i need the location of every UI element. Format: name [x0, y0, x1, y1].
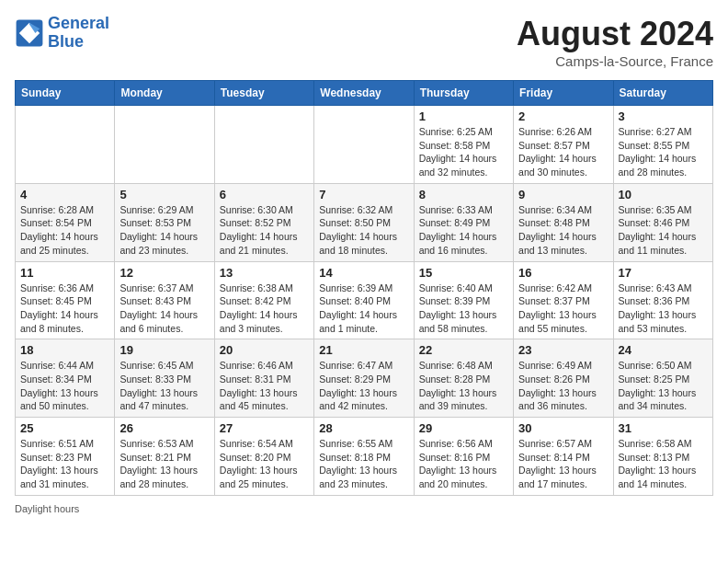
- calendar-cell: 7Sunrise: 6:32 AM Sunset: 8:50 PM Daylig…: [314, 183, 414, 261]
- day-info: Sunrise: 6:45 AM Sunset: 8:33 PM Dayligh…: [119, 359, 209, 413]
- calendar-cell: 10Sunrise: 6:35 AM Sunset: 8:46 PM Dayli…: [613, 183, 712, 261]
- calendar-cell: [115, 106, 214, 184]
- day-number: 29: [419, 421, 508, 435]
- week-row-3: 11Sunrise: 6:36 AM Sunset: 8:45 PM Dayli…: [16, 261, 713, 339]
- day-info: Sunrise: 6:48 AM Sunset: 8:28 PM Dayligh…: [419, 359, 508, 413]
- calendar-cell: 14Sunrise: 6:39 AM Sunset: 8:40 PM Dayli…: [314, 261, 414, 339]
- calendar-cell: 22Sunrise: 6:48 AM Sunset: 8:28 PM Dayli…: [414, 339, 513, 418]
- calendar-cell: 27Sunrise: 6:54 AM Sunset: 8:20 PM Dayli…: [214, 418, 313, 496]
- calendar-cell: 15Sunrise: 6:40 AM Sunset: 8:39 PM Dayli…: [414, 261, 513, 339]
- daylight-label: Daylight hours: [15, 503, 79, 514]
- day-info: Sunrise: 6:58 AM Sunset: 8:13 PM Dayligh…: [619, 437, 708, 491]
- calendar-cell: 16Sunrise: 6:42 AM Sunset: 8:37 PM Dayli…: [514, 261, 613, 339]
- day-info: Sunrise: 6:37 AM Sunset: 8:43 PM Dayligh…: [119, 282, 209, 336]
- calendar-cell: 21Sunrise: 6:47 AM Sunset: 8:29 PM Dayli…: [314, 339, 414, 418]
- calendar-cell: 6Sunrise: 6:30 AM Sunset: 8:52 PM Daylig…: [214, 183, 313, 261]
- day-info: Sunrise: 6:49 AM Sunset: 8:26 PM Dayligh…: [518, 359, 608, 413]
- calendar-cell: [214, 106, 313, 184]
- day-info: Sunrise: 6:32 AM Sunset: 8:50 PM Dayligh…: [319, 203, 408, 258]
- header: General Blue August 2024 Camps-la-Source…: [15, 15, 713, 69]
- day-info: Sunrise: 6:40 AM Sunset: 8:39 PM Dayligh…: [419, 282, 508, 336]
- calendar-cell: [314, 106, 414, 184]
- calendar-cell: 19Sunrise: 6:45 AM Sunset: 8:33 PM Dayli…: [115, 339, 214, 418]
- day-info: Sunrise: 6:44 AM Sunset: 8:34 PM Dayligh…: [20, 359, 109, 413]
- day-info: Sunrise: 6:27 AM Sunset: 8:55 PM Dayligh…: [619, 125, 708, 179]
- day-info: Sunrise: 6:36 AM Sunset: 8:45 PM Dayligh…: [20, 282, 109, 336]
- calendar-cell: 25Sunrise: 6:51 AM Sunset: 8:23 PM Dayli…: [16, 418, 115, 496]
- logo-text: General Blue: [48, 15, 109, 52]
- footer: Daylight hours: [15, 503, 713, 514]
- day-number: 28: [319, 421, 408, 435]
- day-info: Sunrise: 6:57 AM Sunset: 8:14 PM Dayligh…: [518, 437, 608, 491]
- day-number: 19: [119, 343, 209, 357]
- calendar-cell: 23Sunrise: 6:49 AM Sunset: 8:26 PM Dayli…: [514, 339, 613, 418]
- logo-icon: [15, 18, 44, 48]
- calendar-cell: 20Sunrise: 6:46 AM Sunset: 8:31 PM Dayli…: [214, 339, 313, 418]
- day-number: 1: [419, 109, 508, 123]
- day-number: 2: [518, 109, 608, 123]
- dow-header-friday: Friday: [514, 81, 613, 106]
- week-row-5: 25Sunrise: 6:51 AM Sunset: 8:23 PM Dayli…: [16, 418, 713, 496]
- calendar-cell: 11Sunrise: 6:36 AM Sunset: 8:45 PM Dayli…: [16, 261, 115, 339]
- calendar-cell: 17Sunrise: 6:43 AM Sunset: 8:36 PM Dayli…: [613, 261, 712, 339]
- day-info: Sunrise: 6:38 AM Sunset: 8:42 PM Dayligh…: [220, 282, 309, 336]
- calendar-cell: 28Sunrise: 6:55 AM Sunset: 8:18 PM Dayli…: [314, 418, 414, 496]
- day-number: 15: [419, 266, 508, 280]
- day-info: Sunrise: 6:39 AM Sunset: 8:40 PM Dayligh…: [319, 282, 408, 336]
- title-area: August 2024 Camps-la-Source, France: [517, 15, 713, 69]
- day-number: 14: [319, 266, 408, 280]
- day-info: Sunrise: 6:50 AM Sunset: 8:25 PM Dayligh…: [619, 359, 708, 413]
- day-number: 5: [119, 188, 209, 201]
- day-number: 18: [20, 343, 109, 357]
- logo: General Blue: [15, 15, 109, 52]
- calendar-body: 1Sunrise: 6:25 AM Sunset: 8:58 PM Daylig…: [16, 106, 713, 496]
- calendar-cell: 31Sunrise: 6:58 AM Sunset: 8:13 PM Dayli…: [613, 418, 712, 496]
- day-info: Sunrise: 6:43 AM Sunset: 8:36 PM Dayligh…: [619, 282, 708, 336]
- week-row-2: 4Sunrise: 6:28 AM Sunset: 8:54 PM Daylig…: [16, 183, 713, 261]
- calendar-cell: 18Sunrise: 6:44 AM Sunset: 8:34 PM Dayli…: [16, 339, 115, 418]
- day-number: 24: [619, 343, 708, 357]
- calendar-cell: 13Sunrise: 6:38 AM Sunset: 8:42 PM Dayli…: [214, 261, 313, 339]
- calendar-cell: 2Sunrise: 6:26 AM Sunset: 8:57 PM Daylig…: [514, 106, 613, 184]
- dow-header-monday: Monday: [115, 81, 214, 106]
- logo-line1: General: [48, 15, 109, 33]
- day-info: Sunrise: 6:30 AM Sunset: 8:52 PM Dayligh…: [220, 203, 309, 258]
- day-number: 30: [518, 421, 608, 435]
- day-info: Sunrise: 6:26 AM Sunset: 8:57 PM Dayligh…: [518, 125, 608, 179]
- dow-header-thursday: Thursday: [414, 81, 513, 106]
- week-row-1: 1Sunrise: 6:25 AM Sunset: 8:58 PM Daylig…: [16, 106, 713, 184]
- calendar-cell: 26Sunrise: 6:53 AM Sunset: 8:21 PM Dayli…: [115, 418, 214, 496]
- day-number: 10: [619, 188, 708, 201]
- day-info: Sunrise: 6:29 AM Sunset: 8:53 PM Dayligh…: [119, 203, 209, 258]
- calendar-cell: 3Sunrise: 6:27 AM Sunset: 8:55 PM Daylig…: [613, 106, 712, 184]
- day-info: Sunrise: 6:51 AM Sunset: 8:23 PM Dayligh…: [20, 437, 109, 491]
- day-number: 8: [419, 188, 508, 201]
- day-info: Sunrise: 6:28 AM Sunset: 8:54 PM Dayligh…: [20, 203, 109, 258]
- day-info: Sunrise: 6:34 AM Sunset: 8:48 PM Dayligh…: [518, 203, 608, 258]
- calendar: SundayMondayTuesdayWednesdayThursdayFrid…: [15, 80, 713, 496]
- calendar-cell: 4Sunrise: 6:28 AM Sunset: 8:54 PM Daylig…: [16, 183, 115, 261]
- day-info: Sunrise: 6:46 AM Sunset: 8:31 PM Dayligh…: [220, 359, 309, 413]
- dow-header-saturday: Saturday: [613, 81, 712, 106]
- calendar-cell: 5Sunrise: 6:29 AM Sunset: 8:53 PM Daylig…: [115, 183, 214, 261]
- location: Camps-la-Source, France: [517, 53, 713, 69]
- calendar-cell: 1Sunrise: 6:25 AM Sunset: 8:58 PM Daylig…: [414, 106, 513, 184]
- day-info: Sunrise: 6:25 AM Sunset: 8:58 PM Dayligh…: [419, 125, 508, 179]
- day-number: 23: [518, 343, 608, 357]
- days-of-week-row: SundayMondayTuesdayWednesdayThursdayFrid…: [16, 81, 713, 106]
- day-number: 7: [319, 188, 408, 201]
- calendar-cell: [16, 106, 115, 184]
- calendar-cell: 29Sunrise: 6:56 AM Sunset: 8:16 PM Dayli…: [414, 418, 513, 496]
- calendar-cell: 8Sunrise: 6:33 AM Sunset: 8:49 PM Daylig…: [414, 183, 513, 261]
- day-number: 20: [220, 343, 309, 357]
- month-year: August 2024: [517, 15, 713, 53]
- day-number: 13: [220, 266, 309, 280]
- day-number: 17: [619, 266, 708, 280]
- day-number: 11: [20, 266, 109, 280]
- day-number: 31: [619, 421, 708, 435]
- calendar-cell: 30Sunrise: 6:57 AM Sunset: 8:14 PM Dayli…: [514, 418, 613, 496]
- day-number: 3: [619, 109, 708, 123]
- dow-header-tuesday: Tuesday: [214, 81, 313, 106]
- day-number: 21: [319, 343, 408, 357]
- day-info: Sunrise: 6:55 AM Sunset: 8:18 PM Dayligh…: [319, 437, 408, 491]
